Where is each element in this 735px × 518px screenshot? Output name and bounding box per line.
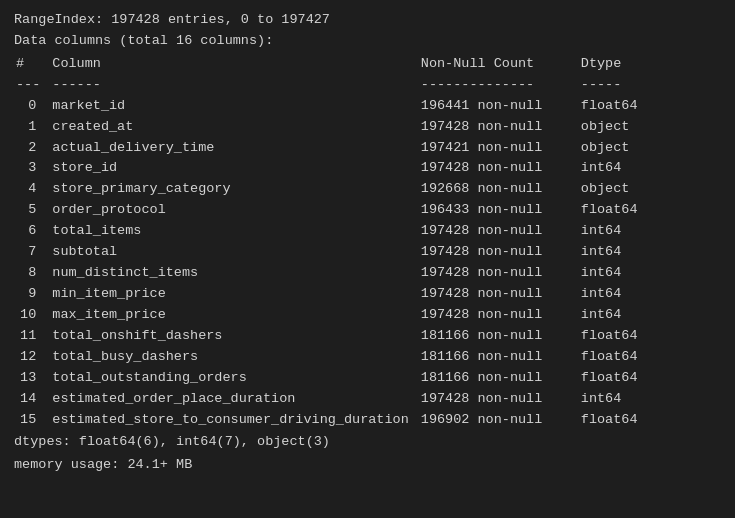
- row-nonnull-count: 192668 non-null: [415, 179, 575, 200]
- row-column-name: max_item_price: [46, 305, 414, 326]
- table-row: 15estimated_store_to_consumer_driving_du…: [14, 410, 721, 431]
- row-dtype: object: [575, 179, 721, 200]
- table-row: 12total_busy_dashers181166 non-nullfloat…: [14, 347, 721, 368]
- row-nonnull-count: 197428 non-null: [415, 158, 575, 179]
- row-num: 7: [14, 242, 46, 263]
- row-dtype: int64: [575, 221, 721, 242]
- col-header-dtype: Dtype: [575, 54, 721, 75]
- row-column-name: created_at: [46, 117, 414, 138]
- row-nonnull-count: 197428 non-null: [415, 305, 575, 326]
- table-row: 11total_onshift_dashers181166 non-nullfl…: [14, 326, 721, 347]
- row-column-name: store_primary_category: [46, 179, 414, 200]
- row-num: 0: [14, 96, 46, 117]
- row-dtype: int64: [575, 305, 721, 326]
- row-nonnull-count: 196433 non-null: [415, 200, 575, 221]
- table-row: 13total_outstanding_orders181166 non-nul…: [14, 368, 721, 389]
- row-dtype: int64: [575, 284, 721, 305]
- sep-dtype: -----: [575, 75, 721, 96]
- row-nonnull-count: 197428 non-null: [415, 389, 575, 410]
- row-nonnull-count: 197421 non-null: [415, 138, 575, 159]
- row-column-name: num_distinct_items: [46, 263, 414, 284]
- row-num: 14: [14, 389, 46, 410]
- row-dtype: int64: [575, 389, 721, 410]
- col-header-column: Column: [46, 54, 414, 75]
- row-num: 12: [14, 347, 46, 368]
- table-row: 7subtotal197428 non-nullint64: [14, 242, 721, 263]
- row-nonnull-count: 197428 non-null: [415, 221, 575, 242]
- row-column-name: actual_delivery_time: [46, 138, 414, 159]
- sep-num: ---: [14, 75, 46, 96]
- row-nonnull-count: 181166 non-null: [415, 347, 575, 368]
- row-dtype: int64: [575, 242, 721, 263]
- row-dtype: int64: [575, 158, 721, 179]
- col-header-nonnull: Non-Null Count: [415, 54, 575, 75]
- row-column-name: total_onshift_dashers: [46, 326, 414, 347]
- row-column-name: store_id: [46, 158, 414, 179]
- table-row: 10max_item_price197428 non-nullint64: [14, 305, 721, 326]
- row-column-name: min_item_price: [46, 284, 414, 305]
- row-num: 4: [14, 179, 46, 200]
- row-num: 11: [14, 326, 46, 347]
- table-row: 8num_distinct_items197428 non-nullint64: [14, 263, 721, 284]
- footer-dtypes: dtypes: float64(6), int64(7), object(3): [14, 432, 721, 453]
- row-column-name: total_items: [46, 221, 414, 242]
- row-num: 2: [14, 138, 46, 159]
- row-dtype: float64: [575, 368, 721, 389]
- footer-memory: memory usage: 24.1+ MB: [14, 455, 721, 476]
- table-row: 5order_protocol196433 non-nullfloat64: [14, 200, 721, 221]
- row-nonnull-count: 196902 non-null: [415, 410, 575, 431]
- row-column-name: total_busy_dashers: [46, 347, 414, 368]
- table-row: 2actual_delivery_time197421 non-nullobje…: [14, 138, 721, 159]
- row-nonnull-count: 196441 non-null: [415, 96, 575, 117]
- header-line1: RangeIndex: 197428 entries, 0 to 197427: [14, 10, 721, 31]
- table-row: 0market_id196441 non-nullfloat64: [14, 96, 721, 117]
- row-num: 6: [14, 221, 46, 242]
- row-column-name: total_outstanding_orders: [46, 368, 414, 389]
- col-header-num: #: [14, 54, 46, 75]
- row-num: 15: [14, 410, 46, 431]
- row-nonnull-count: 181166 non-null: [415, 326, 575, 347]
- table-row: 1created_at197428 non-nullobject: [14, 117, 721, 138]
- table-row: 3store_id197428 non-nullint64: [14, 158, 721, 179]
- row-num: 10: [14, 305, 46, 326]
- row-num: 8: [14, 263, 46, 284]
- table-row: 4store_primary_category192668 non-nullob…: [14, 179, 721, 200]
- row-dtype: float64: [575, 347, 721, 368]
- row-num: 9: [14, 284, 46, 305]
- row-num: 13: [14, 368, 46, 389]
- row-column-name: market_id: [46, 96, 414, 117]
- row-dtype: float64: [575, 410, 721, 431]
- row-nonnull-count: 181166 non-null: [415, 368, 575, 389]
- table-row: 9min_item_price197428 non-nullint64: [14, 284, 721, 305]
- row-num: 1: [14, 117, 46, 138]
- sep-count: --------------: [415, 75, 575, 96]
- table-row: 14estimated_order_place_duration197428 n…: [14, 389, 721, 410]
- row-column-name: order_protocol: [46, 200, 414, 221]
- header-line2: Data columns (total 16 columns):: [14, 31, 721, 52]
- sep-col: ------: [46, 75, 414, 96]
- row-column-name: subtotal: [46, 242, 414, 263]
- row-nonnull-count: 197428 non-null: [415, 263, 575, 284]
- row-dtype: object: [575, 138, 721, 159]
- row-dtype: float64: [575, 200, 721, 221]
- row-dtype: float64: [575, 96, 721, 117]
- row-num: 3: [14, 158, 46, 179]
- row-nonnull-count: 197428 non-null: [415, 117, 575, 138]
- row-column-name: estimated_order_place_duration: [46, 389, 414, 410]
- row-dtype: object: [575, 117, 721, 138]
- row-nonnull-count: 197428 non-null: [415, 242, 575, 263]
- row-dtype: int64: [575, 263, 721, 284]
- table-row: 6total_items197428 non-nullint64: [14, 221, 721, 242]
- dataframe-info-table: # Column Non-Null Count Dtype --- ------…: [14, 54, 721, 431]
- row-dtype: float64: [575, 326, 721, 347]
- row-num: 5: [14, 200, 46, 221]
- row-column-name: estimated_store_to_consumer_driving_dura…: [46, 410, 414, 431]
- row-nonnull-count: 197428 non-null: [415, 284, 575, 305]
